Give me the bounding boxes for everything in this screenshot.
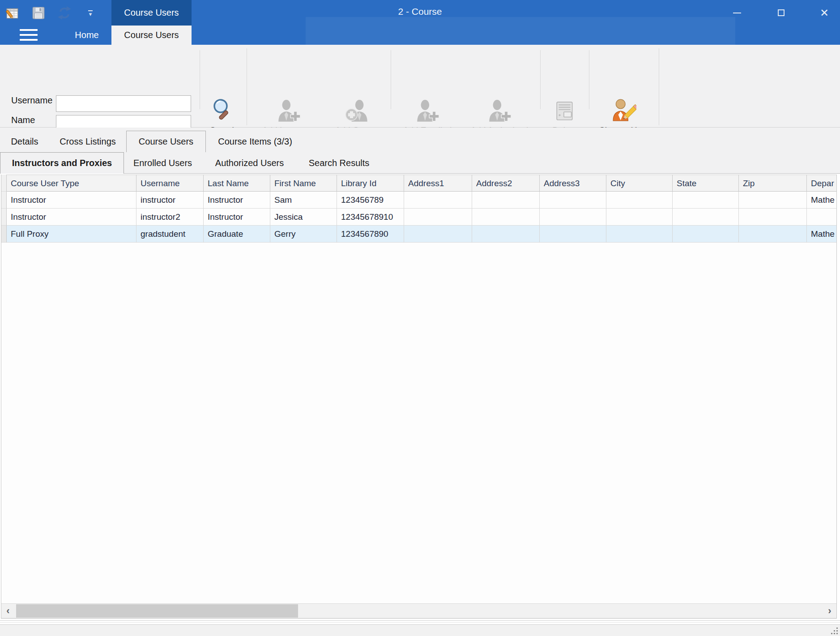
group-separator (659, 48, 659, 125)
grid-cell[interactable]: Instructor (204, 209, 270, 226)
maximize-icon (778, 9, 785, 16)
ribbon-separator (200, 50, 200, 109)
name-label: Name (11, 115, 54, 125)
column-header-username[interactable]: Username (136, 175, 204, 192)
column-header-state[interactable]: State (673, 175, 739, 192)
grid-cell[interactable]: Sam (270, 192, 337, 209)
grid-cell[interactable]: Full Proxy (7, 226, 136, 243)
tab-instructors-and-proxies[interactable]: Instructors and Proxies (0, 152, 124, 174)
grid-cell[interactable]: Graduate (204, 226, 270, 243)
status-bar (0, 624, 840, 636)
row-gutter (1, 175, 7, 192)
grid-cell[interactable] (807, 209, 837, 226)
refresh-icon[interactable] (55, 4, 73, 22)
column-header-address2[interactable]: Address2 (472, 175, 540, 192)
grid-cell[interactable] (739, 209, 807, 226)
ribbon-separator (391, 50, 391, 109)
grid-cell[interactable] (606, 209, 673, 226)
tab-details[interactable]: Details (0, 131, 49, 152)
table-row[interactable]: InstructorinstructorInstructorSam1234567… (1, 192, 837, 209)
grid-cell[interactable] (472, 209, 540, 226)
column-header-address1[interactable]: Address1 (404, 175, 472, 192)
group-separator (247, 48, 247, 125)
grid-cell[interactable]: Gerry (270, 226, 337, 243)
column-header-city[interactable]: City (606, 175, 673, 192)
person-edit-icon (594, 92, 653, 124)
scrollbar-thumb[interactable] (16, 604, 298, 618)
ribbon-tab-row: Home Course Users i (0, 26, 840, 45)
contextual-tab-header: Course Users (111, 0, 192, 26)
ribbon: Username Name ID Search ▾ (0, 45, 840, 128)
column-header-last-name[interactable]: Last Name (204, 175, 270, 192)
grid-cell[interactable] (739, 192, 807, 209)
grid-cell[interactable]: gradstudent (136, 226, 204, 243)
grid-cell[interactable] (540, 226, 606, 243)
hamburger-menu-icon[interactable] (20, 29, 38, 41)
grid-cell[interactable]: 12345678910 (337, 209, 404, 226)
column-header-library-id[interactable]: Library Id (337, 175, 404, 192)
column-header-zip[interactable]: Zip (739, 175, 807, 192)
close-button[interactable]: ✕ (809, 0, 840, 26)
grid-cell[interactable]: Instructor (204, 192, 270, 209)
row-gutter (1, 209, 7, 226)
table-row[interactable]: Full ProxygradstudentGraduateGerry123456… (1, 226, 837, 243)
grid-cell[interactable] (472, 192, 540, 209)
qat-customize-chevron-icon[interactable]: ▾ (81, 4, 99, 22)
scroll-right-arrow[interactable]: › (823, 604, 836, 618)
grid-cell[interactable]: instructor2 (136, 209, 204, 226)
grid-cell[interactable]: 123456789 (337, 192, 404, 209)
save-icon[interactable] (30, 4, 47, 22)
grid-cell[interactable]: Mathe (807, 226, 837, 243)
grid-cell[interactable] (673, 226, 739, 243)
tab-cross-listings[interactable]: Cross Listings (49, 131, 126, 152)
delete-form-icon (545, 92, 584, 124)
grid-cell[interactable]: Instructor (7, 209, 136, 226)
tab-course-users[interactable]: Course Users (111, 26, 192, 45)
close-icon: ✕ (820, 7, 829, 19)
column-header-address3[interactable]: Address3 (540, 175, 606, 192)
grid-cell[interactable] (606, 192, 673, 209)
grid-cell[interactable] (673, 209, 739, 226)
person-add-icon (252, 92, 326, 124)
tab-enrolled-users[interactable]: Enrolled Users (124, 152, 201, 174)
grid-cell[interactable]: Jessica (270, 209, 337, 226)
horizontal-scrollbar[interactable]: ‹ › (1, 603, 836, 618)
minimize-icon (733, 13, 741, 13)
username-field[interactable] (56, 95, 191, 112)
tab-authorized-users[interactable]: Authorized Users (201, 152, 298, 174)
panel-border-line (0, 620, 840, 621)
resize-grip[interactable] (830, 627, 838, 634)
grid-body: InstructorinstructorInstructorSam1234567… (1, 192, 836, 243)
scroll-left-arrow[interactable]: ‹ (1, 604, 15, 618)
tab-search-results[interactable]: Search Results (298, 152, 380, 174)
grid-cell[interactable]: Mathe (807, 192, 837, 209)
column-header-course-user-type[interactable]: Course User Type (7, 175, 136, 192)
grid-cell[interactable] (673, 192, 739, 209)
tab-course-users-page[interactable]: Course Users (126, 131, 206, 152)
tab-course-items[interactable]: Course Items (3/3) (206, 131, 304, 152)
grid-cell[interactable] (540, 192, 606, 209)
grid-cell[interactable]: 1234567890 (337, 226, 404, 243)
edit-form-icon[interactable] (4, 4, 21, 22)
tab-home[interactable]: Home (66, 26, 107, 45)
maximize-button[interactable] (765, 0, 797, 26)
grid-cell[interactable]: Instructor (7, 192, 136, 209)
grid-cell[interactable] (606, 226, 673, 243)
minimize-button[interactable] (721, 0, 753, 26)
quick-access-toolbar: ▾ (4, 3, 99, 23)
person-add-icon (462, 92, 537, 124)
grid-cell[interactable] (404, 226, 472, 243)
person-add-icon (396, 92, 459, 124)
grid-cell[interactable] (540, 209, 606, 226)
column-header-depar[interactable]: Depar (807, 175, 837, 192)
grid-cell[interactable] (739, 226, 807, 243)
grid-cell[interactable]: instructor (136, 192, 204, 209)
grid-cell[interactable] (472, 226, 540, 243)
grid-cell[interactable] (404, 192, 472, 209)
grid-header-row: Course User TypeUsernameLast NameFirst N… (1, 175, 837, 192)
tab-zone: Details Cross Listings Course Users Cour… (0, 128, 840, 174)
grid-cell[interactable] (404, 209, 472, 226)
app-window: 2 - Course (0, 0, 840, 636)
column-header-first-name[interactable]: First Name (270, 175, 337, 192)
table-row[interactable]: Instructorinstructor2InstructorJessica12… (1, 209, 837, 226)
